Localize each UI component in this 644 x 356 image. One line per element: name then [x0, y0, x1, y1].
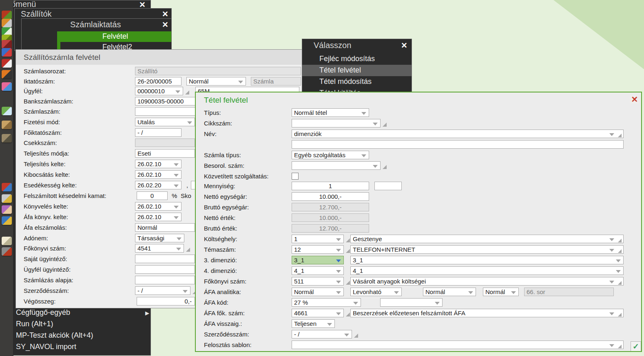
afa-fok-szam-lookup-corner-icon[interactable] — [618, 313, 622, 316]
tipus-field[interactable]: Normál tétel — [292, 108, 369, 117]
szerzodesszam-lookup-corner-icon[interactable] — [354, 334, 358, 338]
afa-analitika-field-2[interactable]: Levonható — [350, 288, 402, 296]
fokonyvi-szam-field-1[interactable]: 511 — [292, 277, 344, 286]
szerzodesszam-field[interactable]: - / — [292, 330, 352, 338]
adonem-field[interactable]: Társasági — [135, 234, 184, 242]
temaszam-lookup-corner-icon[interactable] — [346, 249, 350, 253]
mail-money-icon[interactable] — [2, 194, 12, 203]
szamlaiktatas-item-1[interactable]: Felvétel — [60, 31, 172, 42]
kesedelmi-kamat-field-1[interactable]: 0 — [137, 191, 168, 200]
fomenu-close-icon[interactable]: ✕ — [139, 1, 146, 9]
home-icon[interactable] — [2, 183, 12, 191]
teljesites-modja-label: Teljesítés módja: — [24, 150, 69, 157]
color-cubes-icon[interactable] — [2, 48, 12, 57]
valasszon-item-2[interactable]: Tétel felvétel — [302, 65, 412, 76]
afa-analitika-field-4[interactable]: Normál — [483, 288, 519, 296]
fokonyvi-szam-lookup-corner-icon[interactable] — [346, 281, 350, 285]
afa-kod-field-2[interactable] — [380, 298, 443, 307]
ugyfel-lookup-corner-icon[interactable] — [185, 90, 189, 94]
valasszon-item-1[interactable]: Fejléc módosítás — [302, 53, 412, 65]
fokonyvi-szam-lookup-corner-icon[interactable] — [618, 281, 622, 285]
afa-visszaig-field[interactable]: Teljesen — [292, 319, 335, 328]
felosztas-sablon-field-1[interactable] — [292, 341, 624, 349]
cikkszam-field[interactable] — [292, 119, 381, 127]
nev-field[interactable]: dimenziók — [292, 130, 624, 138]
dimenzio-4-field-1[interactable]: 4_1 — [292, 266, 344, 275]
mennyiseg-field-2[interactable] — [374, 182, 402, 190]
valasszon-item-3[interactable]: Tétel módosítás — [302, 76, 412, 88]
nev-lookup-corner-icon[interactable] — [618, 134, 622, 137]
truck-icon[interactable] — [2, 216, 12, 225]
szamlasorozat-field: Szállító — [135, 67, 301, 75]
afa-fok-szam-field-2[interactable]: Beszerzések előzetesen felszámított ÁFA — [350, 309, 624, 317]
szamlazas-alapja-field[interactable] — [135, 276, 195, 284]
kibocsatas-kelte-field[interactable]: 26.02.10 — [135, 170, 181, 179]
mennyiseg-field-1[interactable]: 1 — [292, 182, 369, 190]
orange-folder-icon[interactable] — [2, 70, 12, 79]
red-tray-icon[interactable] — [2, 59, 12, 68]
szamla-tipus-field[interactable]: Egyéb szolgáltatás — [292, 151, 369, 159]
fomenu-item-3[interactable]: MP-Teszt akciók (Alt+4) — [4, 331, 150, 342]
fokonyvi-szam-field-2[interactable]: Vásárolt anyagok költségei — [350, 277, 624, 286]
besorol-szam-field[interactable] — [292, 161, 381, 170]
ugyfel-ugyintezo-field[interactable] — [135, 265, 195, 274]
picture-icon[interactable] — [2, 107, 12, 115]
kozvetitett-szolgaltatas-checkbox[interactable] — [292, 173, 299, 180]
esedekesseg-kelte-field-1[interactable]: 26.02.20 — [135, 181, 181, 189]
afa-fok-szam-field-1[interactable]: 4661 — [292, 309, 344, 317]
iktatoszam-field-2[interactable]: Normál — [186, 77, 246, 86]
fokonyvi-szam-field[interactable]: 4541 — [135, 244, 184, 253]
besorol-szam-lookup-corner-icon[interactable] — [383, 165, 387, 169]
cikkszam-lookup-corner-icon[interactable] — [383, 123, 387, 127]
foiktatoszam-field[interactable]: - / — [135, 128, 181, 137]
red-coin-icon[interactable] — [2, 40, 12, 48]
fomenu-item-1[interactable]: Cégfüggő-egyéb▶ — [4, 308, 150, 319]
bar-chart-icon[interactable] — [2, 82, 12, 91]
teljesites-kelte-field[interactable]: 26.02.10 — [135, 160, 181, 168]
sajat-ugyintezo-field[interactable] — [135, 255, 195, 263]
szamlaiktatas-close-icon[interactable]: ✕ — [162, 21, 168, 29]
afa-konyv-kelte-field[interactable]: 26.02.10 — [135, 213, 181, 221]
tetel-close-icon[interactable]: ✕ — [630, 95, 640, 104]
person-docs-icon[interactable] — [2, 205, 12, 214]
fruit-basket-icon[interactable] — [2, 11, 12, 19]
valasszon-close-icon[interactable]: ✕ — [401, 42, 407, 50]
netto-egysegar-field[interactable]: 10.000,- — [292, 192, 369, 201]
confirm-button[interactable]: ✓ — [631, 341, 641, 352]
shopping-cart-icon[interactable] — [2, 19, 12, 27]
temaszam-field-2[interactable]: TELEFON+INTERNET — [350, 245, 624, 254]
szerzodesszam-field[interactable]: - / — [135, 286, 190, 295]
koltseghely-field-1[interactable]: 1 — [292, 235, 344, 243]
notepad-icon[interactable] — [2, 237, 12, 245]
nev-2-field[interactable] — [292, 140, 624, 149]
koltseghely-field-2[interactable]: Gesztenye — [350, 235, 624, 243]
cash-register-icon[interactable] — [2, 134, 12, 143]
ugyfel-field-1[interactable]: 00000010 — [135, 87, 183, 95]
vegosszeg-field[interactable]: 0,- — [137, 297, 195, 305]
temaszam-lookup-corner-icon[interactable] — [618, 249, 622, 253]
afa-fok-szam-lookup-corner-icon[interactable] — [346, 312, 350, 316]
felosztas-sablon-lookup-corner-icon[interactable] — [618, 345, 622, 348]
package-icon[interactable] — [2, 121, 12, 129]
afa-analitika-field-3[interactable]: Normál — [423, 288, 476, 296]
dimenzio-3-field-2[interactable]: 3_1 — [350, 256, 624, 264]
konyveles-kelte-field[interactable]: 26.02.10 — [135, 202, 181, 211]
afa-kod-field-1[interactable]: 27 % — [292, 298, 361, 307]
sajat-ugyintezo-label: Saját ügyintéző: — [24, 255, 67, 262]
fokonyvi-szam-lookup-corner-icon[interactable] — [186, 248, 190, 252]
dimenzio-3-field-1[interactable]: 3_1 — [292, 256, 344, 264]
teljesites-modja-field[interactable]: Eseti — [135, 149, 195, 158]
afa-elszamolas-field[interactable]: Normál — [135, 223, 195, 232]
fomenu-item-4[interactable]: SY_NAVOL import — [4, 343, 150, 353]
fizetesi-mod-field[interactable]: Utalás — [135, 118, 195, 126]
netto-egysegar-label: Nettó egységár: — [204, 193, 247, 200]
dimenzio-4-field-2[interactable]: 4_1 — [350, 266, 624, 275]
koltseghely-lookup-corner-icon[interactable] — [346, 238, 350, 242]
afa-analitika-field-1[interactable]: Normál — [292, 288, 344, 296]
tools-icon[interactable] — [2, 247, 12, 256]
temaszam-field-1[interactable]: 12 — [292, 245, 344, 254]
koltseghely-lookup-corner-icon[interactable] — [618, 239, 622, 242]
szallitok-close-icon[interactable]: ✕ — [162, 10, 168, 18]
fomenu-item-2[interactable]: Run (Alt+1) — [4, 320, 150, 330]
iktatoszam-field-1[interactable]: 26-20/00005 — [135, 77, 181, 86]
